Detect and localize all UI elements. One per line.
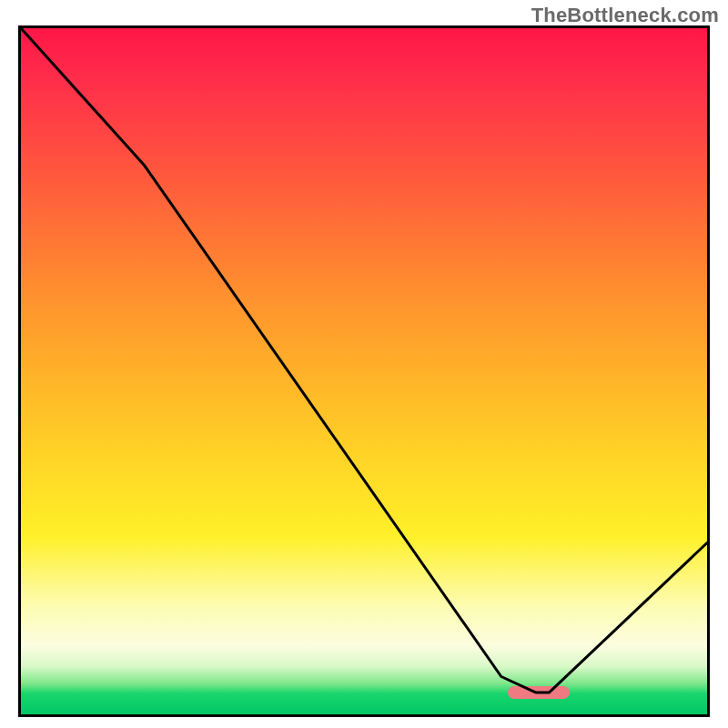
chart-frame: TheBottleneck.com [0,0,728,728]
bottleneck-curve [21,28,707,714]
curve-path [21,28,707,693]
plot-area [18,25,710,717]
watermark-text: TheBottleneck.com [531,4,719,27]
